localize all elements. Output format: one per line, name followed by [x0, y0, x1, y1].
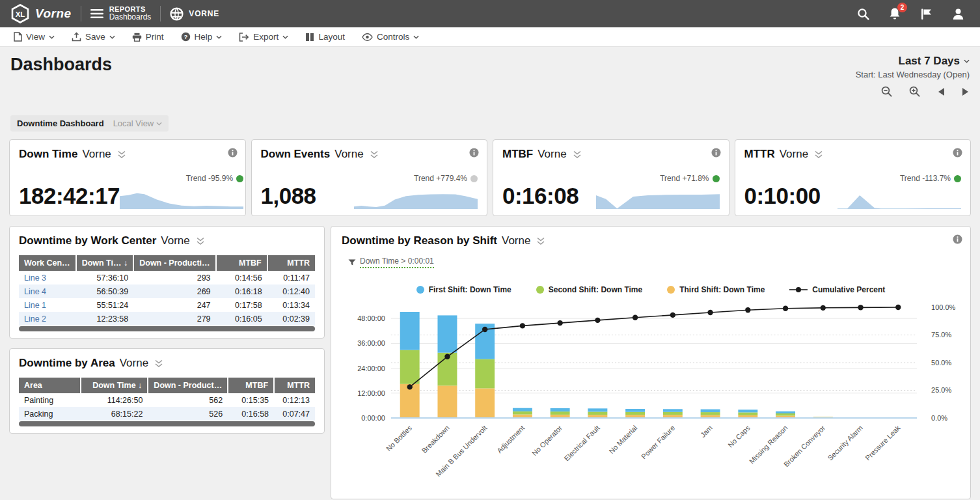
- card-options-button[interactable]: [154, 359, 163, 368]
- print-button[interactable]: Print: [125, 29, 171, 44]
- bar-segment[interactable]: [475, 359, 495, 389]
- export-menu-button[interactable]: Export: [232, 29, 295, 44]
- column-header[interactable]: Down Ti… ↓: [76, 255, 134, 271]
- chart-filter[interactable]: Down Time > 0:00:01: [360, 257, 434, 268]
- bar-segment[interactable]: [437, 315, 457, 352]
- cumulative-point[interactable]: [482, 327, 487, 332]
- bar-segment[interactable]: [437, 385, 457, 418]
- bar-segment[interactable]: [776, 413, 795, 416]
- horizontal-scrollbar[interactable]: [19, 421, 315, 426]
- info-button[interactable]: [711, 148, 721, 160]
- bar-segment[interactable]: [776, 411, 795, 413]
- tab-downtime-dashboard[interactable]: Downtime Dashboard: [17, 118, 104, 128]
- info-button[interactable]: [228, 148, 238, 160]
- row-link[interactable]: Line 4: [24, 287, 46, 296]
- previous-period-button[interactable]: [937, 87, 945, 96]
- bar-segment[interactable]: [738, 410, 757, 412]
- bar-segment[interactable]: [701, 412, 720, 415]
- column-header[interactable]: MTBF: [228, 378, 274, 393]
- nav-secondary-label: Dashboards: [109, 13, 152, 21]
- controls-menu-button[interactable]: Controls: [355, 29, 426, 44]
- card-options-button[interactable]: [814, 150, 823, 159]
- notifications-button[interactable]: 2: [889, 7, 901, 20]
- bar-segment[interactable]: [551, 411, 570, 415]
- zoom-in-button[interactable]: [909, 86, 920, 97]
- bar-segment[interactable]: [400, 312, 420, 350]
- cumulative-point[interactable]: [633, 315, 638, 320]
- cumulative-point[interactable]: [707, 310, 713, 315]
- save-menu-button[interactable]: Save: [64, 29, 122, 44]
- cumulative-point[interactable]: [595, 318, 600, 323]
- cumulative-point[interactable]: [858, 305, 863, 310]
- cumulative-point[interactable]: [783, 306, 788, 311]
- legend-item[interactable]: Cumulative Percent: [789, 285, 885, 294]
- legend-item[interactable]: Third Shift: Down Time: [667, 285, 765, 294]
- search-button[interactable]: [857, 8, 869, 20]
- cumulative-point[interactable]: [444, 354, 450, 359]
- cumulative-point[interactable]: [745, 307, 750, 312]
- bar-segment[interactable]: [475, 388, 495, 418]
- card-options-button[interactable]: [370, 150, 379, 159]
- chevron-down-icon: [216, 35, 222, 39]
- legend-item[interactable]: First Shift: Down Time: [416, 285, 511, 294]
- cumulative-point[interactable]: [557, 320, 562, 326]
- info-button[interactable]: [953, 234, 962, 247]
- row-link[interactable]: Line 3: [24, 273, 46, 283]
- zoom-out-button[interactable]: [881, 86, 892, 97]
- legend-item[interactable]: Second Shift: Down Time: [536, 285, 642, 294]
- bar-segment[interactable]: [625, 412, 645, 415]
- site-selector[interactable]: VORNE: [170, 7, 219, 21]
- table-cell[interactable]: Line 1: [19, 298, 76, 312]
- bar-segment[interactable]: [513, 408, 532, 411]
- bar-segment[interactable]: [588, 408, 607, 411]
- bar-segment[interactable]: [663, 412, 683, 415]
- column-header[interactable]: Down - Product…: [148, 378, 228, 393]
- bar-segment[interactable]: [663, 409, 683, 411]
- table-cell[interactable]: Line 3: [19, 271, 76, 285]
- bar-segment[interactable]: [625, 409, 645, 412]
- bar-segment[interactable]: [400, 350, 420, 384]
- table-cell[interactable]: Line 4: [19, 285, 76, 298]
- bar-segment[interactable]: [588, 411, 607, 415]
- bar-segment[interactable]: [551, 408, 570, 411]
- column-header[interactable]: MTTR: [267, 255, 315, 271]
- help-menu-button[interactable]: ? Help: [174, 29, 230, 44]
- reason-chart-svg[interactable]: No BottlesBreakdownMain B Bus UndervoltA…: [342, 297, 960, 480]
- user-account-button[interactable]: [952, 8, 964, 20]
- reason-card-scope: Vorne: [502, 234, 530, 247]
- info-button[interactable]: [953, 148, 962, 160]
- row-link[interactable]: Line 1: [24, 301, 46, 310]
- info-button[interactable]: [469, 148, 479, 160]
- xl-hexagon-logo-icon: XL: [10, 4, 30, 23]
- kpi-card-down-events: Down EventsVorne1,088Trend +779.4%: [251, 139, 488, 216]
- column-header[interactable]: Down - Producti…: [133, 255, 215, 271]
- column-header[interactable]: Area: [19, 378, 81, 393]
- card-options-button[interactable]: [196, 237, 205, 245]
- reports-nav-menu[interactable]: REPORTS Dashboards: [90, 6, 152, 21]
- cumulative-point[interactable]: [520, 323, 525, 328]
- cumulative-point[interactable]: [821, 305, 826, 311]
- column-header[interactable]: Work Cen…: [19, 255, 76, 271]
- local-view-selector[interactable]: Local View: [113, 118, 163, 128]
- card-options-button[interactable]: [117, 150, 126, 159]
- bar-segment[interactable]: [738, 412, 757, 415]
- column-header[interactable]: MTBF: [216, 255, 267, 271]
- bar-segment[interactable]: [701, 410, 720, 412]
- vorne-logo[interactable]: XL Vorne: [10, 4, 72, 23]
- cumulative-point[interactable]: [895, 305, 901, 310]
- flag-button[interactable]: [920, 8, 932, 20]
- column-header[interactable]: Down Time ↓: [81, 378, 148, 393]
- cumulative-point[interactable]: [407, 384, 413, 389]
- bar-segment[interactable]: [513, 411, 532, 415]
- table-cell[interactable]: Line 2: [19, 312, 76, 326]
- time-range-selector[interactable]: Last 7 Days: [856, 55, 970, 68]
- card-options-button[interactable]: [536, 237, 545, 245]
- next-period-button[interactable]: [962, 87, 970, 96]
- layout-button[interactable]: Layout: [298, 29, 352, 44]
- view-menu-button[interactable]: View: [7, 29, 62, 44]
- cumulative-point[interactable]: [670, 312, 675, 318]
- column-header[interactable]: MTTR: [274, 378, 315, 393]
- horizontal-scrollbar[interactable]: [19, 326, 315, 331]
- card-options-button[interactable]: [573, 150, 582, 159]
- row-link[interactable]: Line 2: [24, 314, 46, 324]
